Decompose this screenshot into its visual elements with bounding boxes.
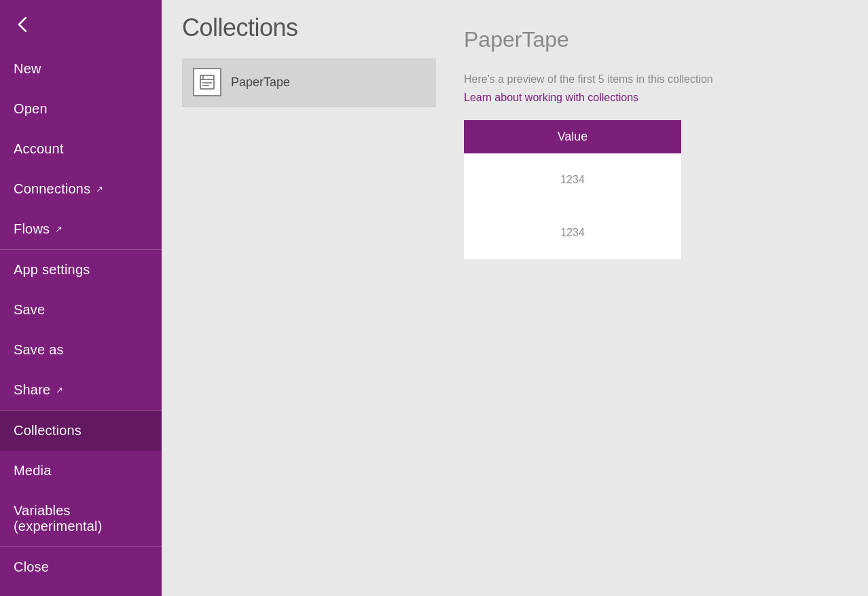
sidebar-item-connections[interactable]: Connections ↗ xyxy=(0,169,162,209)
collection-list: PaperTape xyxy=(182,58,437,107)
sidebar: New Open Account Connections ↗ Flows ↗ A… xyxy=(0,0,162,596)
list-panel: Collections PaperTape xyxy=(162,0,437,596)
sidebar-item-flows-label: Flows xyxy=(14,221,50,237)
sidebar-item-save[interactable]: Save xyxy=(0,290,162,330)
page-title: Collections xyxy=(182,14,437,42)
table-header-value: Value xyxy=(464,120,681,153)
sidebar-item-open[interactable]: Open xyxy=(0,89,162,129)
preview-learn-link[interactable]: Learn about working with collections xyxy=(464,92,834,104)
table-cell-value-1: 1234 xyxy=(464,153,681,206)
sidebar-item-new[interactable]: New xyxy=(0,49,162,89)
main-area: Collections PaperTape xyxy=(162,0,868,596)
sidebar-item-app-settings[interactable]: App settings xyxy=(0,250,162,290)
svg-rect-0 xyxy=(200,75,214,89)
sidebar-item-close-label: Close xyxy=(14,559,49,575)
preview-title: PaperTape xyxy=(464,27,834,52)
sidebar-item-variables[interactable]: Variables (experimental) xyxy=(0,491,162,546)
preview-panel: PaperTape Here's a preview of the first … xyxy=(437,0,868,596)
sidebar-item-close[interactable]: Close xyxy=(0,547,162,587)
sidebar-item-save-as[interactable]: Save as xyxy=(0,330,162,370)
table-row: 1234 xyxy=(464,206,681,259)
collection-name: PaperTape xyxy=(231,75,290,90)
external-link-icon: ↗ xyxy=(55,224,62,234)
collection-item-papertape[interactable]: PaperTape xyxy=(182,58,436,107)
table-row: 1234 xyxy=(464,153,681,206)
sidebar-item-media[interactable]: Media xyxy=(0,451,162,491)
collections-panel: Collections PaperTape xyxy=(162,0,868,596)
back-button[interactable] xyxy=(0,0,162,49)
sidebar-item-account[interactable]: Account xyxy=(0,129,162,169)
sidebar-item-save-label: Save xyxy=(14,302,45,318)
sidebar-item-app-settings-label: App settings xyxy=(14,262,90,278)
sidebar-item-connections-label: Connections xyxy=(14,181,90,197)
sidebar-item-collections-label: Collections xyxy=(14,423,82,439)
sidebar-item-variables-label: Variables (experimental) xyxy=(14,503,148,534)
sidebar-item-save-as-label: Save as xyxy=(14,342,64,358)
external-link-icon: ↗ xyxy=(96,184,103,194)
sidebar-item-collections[interactable]: Collections xyxy=(0,411,162,451)
sidebar-item-new-label: New xyxy=(14,61,41,77)
external-link-icon: ↗ xyxy=(56,385,63,395)
table-cell-value-2: 1234 xyxy=(464,206,681,259)
sidebar-item-media-label: Media xyxy=(14,463,51,479)
sidebar-item-open-label: Open xyxy=(14,101,48,117)
preview-description: Here's a preview of the first 5 items in… xyxy=(464,71,834,88)
sidebar-item-account-label: Account xyxy=(14,141,64,157)
sidebar-item-share[interactable]: Share ↗ xyxy=(0,370,162,410)
collection-icon xyxy=(193,68,221,96)
sidebar-item-flows[interactable]: Flows ↗ xyxy=(0,209,162,249)
sidebar-item-share-label: Share xyxy=(14,382,50,398)
preview-table: Value 1234 1234 xyxy=(464,120,681,259)
